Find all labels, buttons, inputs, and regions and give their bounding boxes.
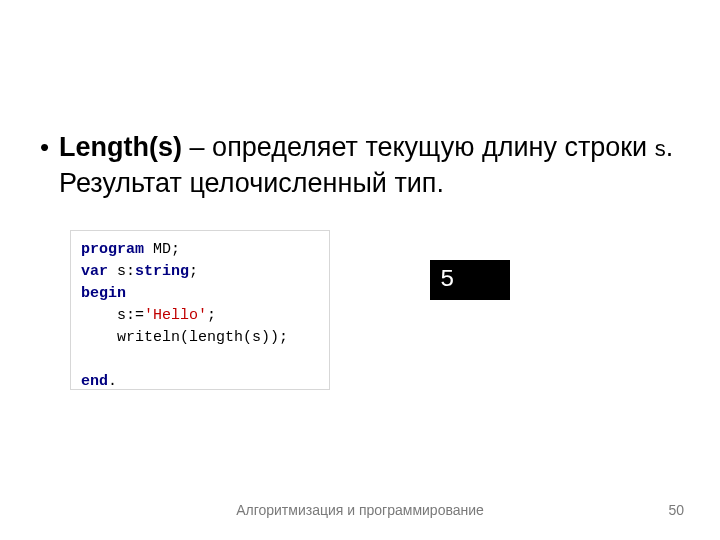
type-string: string [135,263,189,280]
writeln-call: writeln(length(s)) [81,329,279,346]
bullet-item: • Length(s) – определяет текущую длину с… [40,130,680,200]
kw-end: end [81,373,108,390]
punct-dot: . [108,373,117,390]
punct-semi-3: ; [207,307,216,324]
body-content: • Length(s) – определяет текущую длину с… [40,130,680,200]
id-s: s: [108,263,135,280]
footer-text: Алгоритмизация и программирование [0,502,720,518]
blank-line [81,351,90,368]
string-hello: 'Hello' [144,307,207,324]
assign-s: s:= [81,307,144,324]
bullet-text-1: – определяет текущую длину строки [182,132,655,162]
bullet-text: Length(s) – определяет текущую длину стр… [59,130,680,200]
kw-begin: begin [81,285,126,302]
punct-semi-1: ; [171,241,180,258]
output-value: 5 [440,260,454,300]
kw-program: program [81,241,144,258]
id-md: MD [144,241,171,258]
length-function-name: Length(s) [59,132,182,162]
kw-var: var [81,263,108,280]
param-s: s [655,136,666,161]
code-example: program MD; var s:string; begin s:='Hell… [70,230,330,390]
bullet-marker: • [40,130,49,164]
punct-semi-2: ; [189,263,198,280]
console-output: 5 [430,260,510,300]
punct-semi-4: ; [279,329,288,346]
page-number: 50 [668,502,684,518]
